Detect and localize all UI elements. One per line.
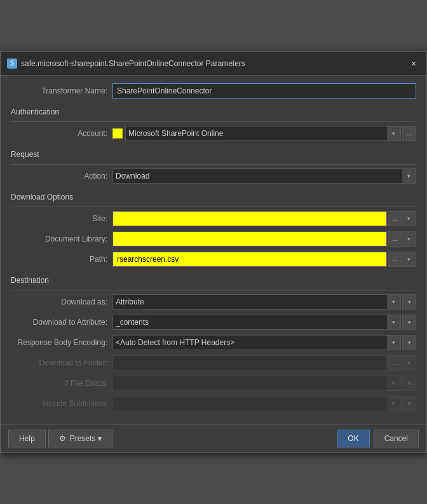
- include-subfolders-container: ▾: [112, 396, 401, 411]
- chevron-down-icon: ▾: [392, 319, 395, 325]
- chevron-down-icon: ▾: [407, 173, 410, 179]
- download-to-folder-input-group: ... ▾: [112, 355, 416, 371]
- ellipsis-icon: ...: [407, 130, 412, 137]
- request-divider: [11, 164, 416, 165]
- site-browse-button[interactable]: ...: [388, 211, 402, 226]
- document-library-row: Document Library: ... ▾: [11, 231, 416, 247]
- gear-icon: ⚙: [59, 434, 66, 443]
- chevron-down-icon: ▾: [408, 319, 411, 325]
- path-dropdown-button[interactable]: ▾: [402, 252, 416, 267]
- response-body-encoding-container: <Auto Detect from HTTP Headers> ▾: [112, 335, 401, 350]
- include-subfolders-row: Include Subfolders: ▾ ▾: [11, 396, 416, 411]
- footer-right: OK Cancel: [337, 430, 419, 447]
- presets-button[interactable]: ⚙ Presets ▾: [48, 430, 113, 447]
- ok-button[interactable]: OK: [337, 430, 369, 447]
- document-library-label: Document Library:: [11, 235, 112, 243]
- chevron-down-icon: ▾: [407, 256, 410, 262]
- chevron-down-icon: ▾: [408, 339, 411, 346]
- download-to-folder-browse-button: ...: [388, 355, 402, 371]
- include-subfolders-select: [112, 396, 401, 411]
- ellipsis-icon: ...: [393, 255, 398, 262]
- title-bar: S safe.microsoft-sharepoint.SharePointOn…: [1, 52, 426, 76]
- if-file-exists-arrow: ▾: [387, 376, 401, 391]
- account-select[interactable]: Microsoft SharePoint Online: [125, 126, 401, 141]
- document-library-browse-button[interactable]: ...: [388, 231, 402, 247]
- auth-divider: [11, 121, 416, 122]
- download-to-folder-dropdown-button: ▾: [402, 355, 416, 371]
- download-options-divider: [11, 207, 416, 207]
- ellipsis-icon: ...: [393, 215, 398, 222]
- action-select-arrow[interactable]: ▾: [402, 168, 416, 184]
- site-input[interactable]: [112, 211, 387, 226]
- window-title: safe.microsoft-sharepoint.SharePointOnli…: [21, 59, 245, 68]
- site-input-group: ... ▾: [112, 211, 416, 226]
- account-select-arrow[interactable]: ▾: [387, 126, 401, 141]
- dialog-footer: Help ⚙ Presets ▾ OK Cancel: [1, 424, 426, 453]
- response-body-encoding-extra-dropdown[interactable]: ▾: [402, 335, 416, 350]
- chevron-down-icon: ▾: [408, 299, 411, 305]
- window-icon: S: [7, 58, 17, 69]
- account-label: Account:: [11, 129, 112, 138]
- download-as-select-container: Attribute File Folder ▾: [112, 294, 401, 310]
- ellipsis-icon: ...: [393, 359, 398, 366]
- chevron-down-icon: ▾: [392, 380, 395, 386]
- help-button[interactable]: Help: [8, 430, 46, 447]
- download-as-select[interactable]: Attribute File Folder: [112, 294, 401, 310]
- site-row: Site: ... ▾: [11, 211, 416, 226]
- site-label: Site:: [11, 214, 112, 223]
- download-as-extra-dropdown[interactable]: ▾: [402, 294, 416, 310]
- response-body-encoding-arrow[interactable]: ▾: [387, 335, 401, 350]
- chevron-down-icon: ▾: [407, 236, 410, 242]
- dialog-content: Transformer Name: Authentication Account…: [1, 76, 426, 424]
- chevron-down-icon: ▾: [407, 360, 410, 366]
- presets-chevron-icon: ▾: [98, 434, 102, 443]
- title-bar-left: S safe.microsoft-sharepoint.SharePointOn…: [7, 58, 245, 69]
- download-as-row: Download as: Attribute File Folder ▾ ▾: [11, 294, 416, 310]
- action-row: Action: Download Upload Delete List ▾: [11, 168, 416, 184]
- include-subfolders-label: Include Subfolders:: [11, 399, 112, 408]
- path-row: Path: ... ▾: [11, 252, 416, 267]
- document-library-input[interactable]: [112, 231, 387, 247]
- transformer-name-label: Transformer Name:: [11, 86, 112, 95]
- site-dropdown-button[interactable]: ▾: [402, 211, 416, 226]
- path-label: Path:: [11, 255, 112, 264]
- download-to-attribute-select[interactable]: _contents: [112, 315, 401, 330]
- chevron-down-icon: ▾: [392, 400, 395, 407]
- path-input[interactable]: [112, 252, 387, 267]
- action-select[interactable]: Download Upload Delete List: [112, 168, 416, 184]
- chevron-down-icon: ▾: [407, 215, 410, 222]
- chevron-down-icon: ▾: [392, 299, 395, 305]
- document-library-dropdown-button[interactable]: ▾: [402, 231, 416, 247]
- download-to-attribute-arrow[interactable]: ▾: [387, 315, 401, 330]
- download-to-attribute-row: Download to Attribute: _contents ▾ ▾: [11, 315, 416, 330]
- cancel-button[interactable]: Cancel: [374, 430, 419, 447]
- close-button[interactable]: ×: [407, 57, 420, 70]
- if-file-exists-extra-dropdown: ▾: [402, 376, 416, 391]
- action-label: Action:: [11, 172, 112, 180]
- action-select-container: Download Upload Delete List ▾: [112, 168, 416, 184]
- download-to-folder-input: [112, 355, 387, 371]
- download-as-select-arrow[interactable]: ▾: [387, 294, 401, 310]
- path-browse-button[interactable]: ...: [388, 252, 402, 267]
- if-file-exists-row: If File Exists: ▾ ▾: [11, 376, 416, 391]
- presets-label: Presets: [70, 434, 96, 443]
- account-row: Account: Microsoft SharePoint Online ▾ .…: [11, 126, 416, 141]
- if-file-exists-label: If File Exists:: [11, 379, 112, 388]
- download-to-attribute-label: Download to Attribute:: [11, 318, 112, 327]
- response-body-encoding-select[interactable]: <Auto Detect from HTTP Headers>: [112, 335, 401, 350]
- chevron-down-icon: ▾: [408, 380, 411, 386]
- transformer-name-input[interactable]: [112, 83, 416, 99]
- download-options-header: Download Options: [11, 189, 416, 204]
- response-body-encoding-label: Response Body Encoding:: [11, 338, 112, 347]
- download-to-attribute-container: _contents ▾: [112, 315, 401, 330]
- chevron-down-icon: ▾: [392, 130, 395, 137]
- destination-header: Destination: [11, 272, 416, 287]
- transformer-name-row: Transformer Name:: [11, 83, 416, 99]
- footer-left: Help ⚙ Presets ▾: [8, 430, 112, 447]
- download-to-attribute-extra-dropdown[interactable]: ▾: [402, 315, 416, 330]
- account-browse-button[interactable]: ...: [402, 126, 416, 141]
- if-file-exists-container: ▾: [112, 376, 401, 391]
- if-file-exists-select: [112, 376, 401, 391]
- chevron-down-icon: ▾: [392, 339, 395, 346]
- download-as-label: Download as:: [11, 297, 112, 306]
